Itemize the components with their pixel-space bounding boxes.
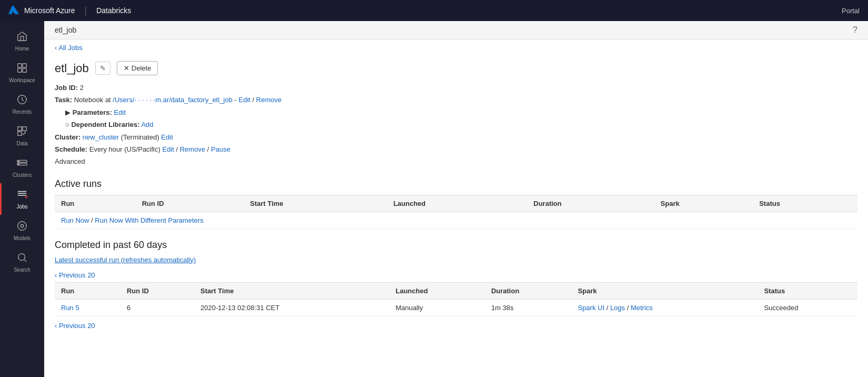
schedule-slash2: /: [207, 145, 211, 153]
sidebar-item-models[interactable]: Models: [0, 215, 44, 246]
schedule-edit-link[interactable]: Edit: [162, 145, 174, 153]
active-runs-action-row: Run Now / Run Now With Different Paramet…: [55, 212, 857, 229]
completed-runs-table: Run Run ID Start Time Launched Duration …: [55, 282, 857, 316]
run-now-different-link[interactable]: Run Now With Different Parameters: [95, 216, 203, 224]
task-row: Task: Notebook at /Users/· · · · · ·m.ar…: [55, 94, 857, 106]
comp-cell-duration: 1m 38s: [485, 299, 572, 316]
spark-ui-link[interactable]: Spark UI: [578, 304, 604, 312]
pencil-icon: ✎: [100, 64, 106, 72]
svg-marker-0: [8, 6, 19, 14]
svg-point-17: [18, 254, 25, 261]
active-col-spark: Spark: [654, 195, 753, 212]
active-col-runid: Run ID: [136, 195, 244, 212]
triangle-icon: ▶: [65, 108, 73, 116]
task-slash1: /: [253, 96, 256, 104]
data-icon: [16, 125, 28, 138]
sidebar-item-search[interactable]: Search: [0, 246, 44, 278]
sidebar-item-data[interactable]: Data: [0, 120, 44, 152]
jobs-icon: [16, 188, 28, 202]
svg-point-11: [18, 161, 19, 162]
comp-col-starttime: Start Time: [194, 282, 389, 299]
schedule-slash1: /: [176, 145, 180, 153]
svg-line-18: [24, 260, 26, 262]
prev20-top-row: ‹ Previous 20: [55, 268, 857, 282]
active-runs-header-row: Run Run ID Start Time Launched Duration …: [55, 195, 857, 212]
latest-run-row: Latest successful run (refreshes automat…: [55, 256, 857, 264]
cluster-label: Cluster:: [55, 133, 80, 141]
azure-logo-icon: [8, 5, 19, 17]
comp-cell-runid: 6: [120, 299, 194, 316]
svg-rect-2: [23, 64, 26, 67]
sidebar-item-workspace[interactable]: Workspace: [0, 57, 44, 88]
completed-title: Completed in past 60 days: [55, 240, 857, 251]
task-path-link[interactable]: /Users/· · · · · ·m.ar/data_factory_etl_…: [113, 96, 233, 104]
help-icon[interactable]: ?: [853, 25, 857, 35]
run-now-link[interactable]: Run Now: [61, 216, 89, 224]
topbar-azure-label: Microsoft Azure: [24, 6, 75, 15]
schedule-row: Schedule: Every hour (US/Pacific) Edit /…: [55, 143, 857, 155]
parameters-edit-link[interactable]: Edit: [114, 108, 125, 116]
active-col-starttime: Start Time: [244, 195, 387, 212]
content-area: etl_job ? ‹ All Jobs etl_job ✎ ✕ Delete: [44, 21, 868, 377]
advanced-link[interactable]: Advanced: [55, 157, 85, 165]
prev20-bottom-link[interactable]: ‹ Previous 20: [55, 322, 95, 330]
topbar-right: Portal: [842, 7, 860, 15]
sidebar: Home Workspace Recents: [0, 21, 44, 377]
clusters-icon: [16, 157, 28, 170]
sidebar-item-jobs[interactable]: Jobs: [0, 183, 44, 215]
sidebar-label-jobs: Jobs: [16, 204, 27, 210]
sidebar-label-clusters: Clusters: [13, 172, 32, 178]
spark-metrics-link[interactable]: Metrics: [631, 304, 653, 312]
job-id-value: 2: [80, 84, 84, 92]
main-layout: Home Workspace Recents: [0, 21, 868, 377]
topbar-databricks-label: Databricks: [96, 6, 131, 15]
task-label: Task:: [55, 96, 72, 104]
run-link[interactable]: Run 5: [61, 304, 79, 312]
cluster-edit-link[interactable]: Edit: [161, 133, 173, 141]
prev20-top-link[interactable]: ‹ Previous 20: [55, 271, 95, 279]
edit-job-icon-button[interactable]: ✎: [95, 62, 110, 75]
svg-rect-6: [18, 127, 22, 131]
job-title-row: etl_job ✎ ✕ Delete: [55, 61, 857, 75]
task-edit-link[interactable]: Edit: [239, 96, 250, 104]
delete-label: Delete: [132, 64, 152, 72]
task-remove-link[interactable]: Remove: [256, 96, 281, 104]
svg-point-12: [18, 164, 19, 165]
comp-cell-run: Run 5: [55, 299, 120, 316]
active-col-status: Status: [753, 195, 857, 212]
all-jobs-link[interactable]: ‹ All Jobs: [55, 44, 83, 52]
spark-logs-link[interactable]: Logs: [610, 304, 625, 312]
topbar-divider: |: [84, 5, 87, 16]
cluster-row: Cluster: new_cluster (Terminated) Edit: [55, 131, 857, 143]
job-title: etl_job: [55, 62, 89, 75]
schedule-label: Schedule:: [55, 145, 87, 153]
cluster-name-link[interactable]: new_cluster: [83, 133, 119, 141]
page-header-title: etl_job: [55, 26, 76, 34]
comp-col-status: Status: [758, 282, 857, 299]
sidebar-item-clusters[interactable]: Clusters: [0, 152, 44, 183]
delete-job-button[interactable]: ✕ Delete: [117, 61, 158, 75]
page-header-bar: etl_job ?: [44, 21, 868, 39]
topbar: Microsoft Azure | Databricks Portal: [0, 0, 868, 21]
active-col-launched: Launched: [387, 195, 527, 212]
parameters-row: ▶ Parameters: Edit: [65, 106, 857, 118]
active-col-run: Run: [55, 195, 136, 212]
advanced-row: Advanced: [55, 155, 857, 167]
comp-cell-status: Succeeded: [758, 299, 857, 316]
recents-icon: [16, 94, 28, 107]
dep-lib-add-link[interactable]: Add: [141, 121, 153, 128]
job-id-label: Job ID:: [55, 84, 78, 92]
home-icon: [16, 31, 28, 44]
active-runs-actions-cell: Run Now / Run Now With Different Paramet…: [55, 212, 857, 229]
schedule-pause-link[interactable]: Pause: [211, 145, 230, 153]
cluster-status-text: (Terminated): [121, 133, 159, 141]
sidebar-label-recents: Recents: [13, 109, 32, 115]
comp-col-duration: Duration: [485, 282, 572, 299]
sidebar-item-home[interactable]: Home: [0, 25, 44, 57]
latest-run-link[interactable]: Latest successful run (refreshes automat…: [55, 256, 196, 264]
svg-rect-7: [23, 127, 26, 131]
comp-col-launched: Launched: [389, 282, 485, 299]
sidebar-item-recents[interactable]: Recents: [0, 88, 44, 120]
sidebar-label-search: Search: [14, 267, 31, 273]
schedule-remove-link[interactable]: Remove: [180, 145, 205, 153]
